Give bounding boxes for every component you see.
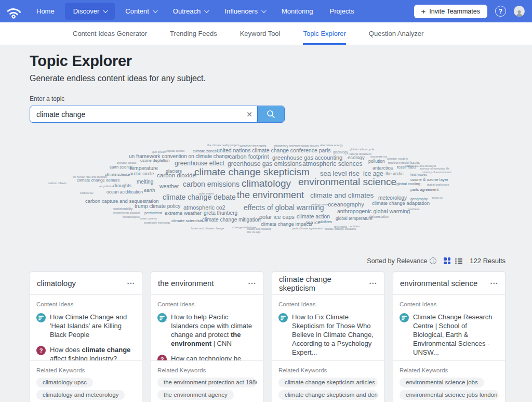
cloud-word[interactable]: climate zones bbox=[193, 149, 217, 153]
cloud-word[interactable]: carbon footprint bbox=[229, 154, 269, 160]
cloud-word[interactable]: droughts bbox=[113, 184, 131, 188]
buzzsumo-logo-icon[interactable] bbox=[7, 5, 21, 18]
cloud-word[interactable]: climate and climates bbox=[310, 192, 374, 199]
cloud-word[interactable]: extreme weather bbox=[165, 211, 202, 216]
cloud-word[interactable]: glaciology bbox=[333, 151, 348, 154]
content-idea[interactable]: ?How can technology be used to combat cl… bbox=[157, 354, 257, 360]
topic-card-title[interactable]: climatology bbox=[37, 279, 76, 288]
cloud-word[interactable]: earth bbox=[144, 188, 155, 193]
list-view-icon[interactable] bbox=[455, 258, 462, 264]
cloud-word[interactable]: oceanography bbox=[328, 202, 364, 208]
content-idea[interactable]: How to help Pacific Islanders cope with … bbox=[157, 313, 257, 348]
cloud-word[interactable]: anthropogenic global warming bbox=[337, 209, 410, 214]
cloud-word[interactable]: forest and climate change bbox=[191, 227, 224, 230]
clear-icon[interactable]: ✕ bbox=[242, 106, 257, 122]
cloud-word[interactable]: global challenges bbox=[427, 184, 449, 187]
topbar-nav-influencers[interactable]: Influencers bbox=[218, 4, 271, 19]
more-options-icon[interactable]: ... bbox=[369, 280, 377, 287]
subnav-keyword-tool[interactable]: Keyword Tool bbox=[240, 22, 281, 45]
cloud-word[interactable]: fossil fuels bbox=[397, 165, 416, 170]
cloud-word[interactable]: greenhouse effect bbox=[175, 160, 224, 166]
cloud-word[interactable]: paris climate agreement bbox=[292, 227, 323, 230]
cloud-word[interactable]: climate change impacts bbox=[261, 222, 312, 227]
cloud-word[interactable]: climate justice bbox=[117, 161, 137, 164]
cloud-word[interactable]: climate models bbox=[387, 157, 408, 160]
cloud-word[interactable]: science of everyday life bbox=[420, 167, 449, 171]
help-icon[interactable]: ? bbox=[495, 6, 506, 17]
cloud-word[interactable]: arctic circle bbox=[129, 171, 154, 176]
cloud-word[interactable]: wildfires bbox=[318, 220, 332, 224]
cloud-word[interactable]: tropical climate bbox=[166, 150, 185, 153]
sorted-by[interactable]: Sorted by Relevance i bbox=[367, 257, 436, 265]
topbar-nav-monitoring[interactable]: Monitoring bbox=[275, 4, 320, 19]
cloud-word[interactable]: paris agreement bbox=[410, 188, 438, 192]
cloud-word[interactable]: united nations climate change conference… bbox=[217, 148, 330, 153]
cloud-word[interactable]: pollution bbox=[368, 159, 385, 164]
cloud-word[interactable]: climate change solutions bbox=[325, 228, 356, 231]
subnav-topic-explorer[interactable]: Topic Explorer bbox=[303, 22, 345, 45]
avatar[interactable] bbox=[514, 6, 525, 17]
cloud-word[interactable]: climate change adaptation bbox=[372, 201, 430, 206]
cloud-word[interactable]: arctic ice bbox=[432, 197, 443, 200]
topbar-nav-outreach[interactable]: Outreach bbox=[167, 4, 214, 19]
content-idea[interactable]: ?How does climate change affect fishing … bbox=[36, 345, 136, 360]
cloud-word[interactable]: environmental disasters bbox=[113, 212, 140, 214]
subnav-content-ideas-generator[interactable]: Content Ideas Generator bbox=[73, 22, 147, 45]
topbar-nav-projects[interactable]: Projects bbox=[324, 4, 361, 19]
related-keyword-pill[interactable]: climatology and meteorology bbox=[36, 390, 125, 400]
cloud-word[interactable]: melting bbox=[137, 179, 153, 185]
cloud-word[interactable]: methane bbox=[408, 208, 419, 211]
topic-card-title[interactable]: the environment bbox=[158, 279, 214, 288]
cloud-word[interactable]: greta thunberg bbox=[204, 211, 237, 216]
cloud-word[interactable]: permafrost bbox=[144, 211, 162, 215]
cloud-word[interactable]: the climate reality project bbox=[207, 144, 239, 147]
cloud-word[interactable]: heat waves bbox=[410, 173, 427, 177]
cloud-word[interactable]: global cooling bbox=[396, 182, 420, 186]
cloud-word[interactable]: carbon emissions bbox=[183, 180, 240, 188]
cloud-word[interactable]: polar ice caps bbox=[259, 214, 295, 220]
topbar-nav-home[interactable]: Home bbox=[30, 4, 61, 19]
topic-search-input[interactable] bbox=[30, 106, 242, 122]
cloud-word[interactable]: ecosystems bbox=[370, 155, 387, 158]
cloud-word[interactable]: ocean acidification bbox=[107, 190, 143, 194]
cloud-word[interactable]: sustainable technology bbox=[144, 222, 170, 224]
cloud-word[interactable]: climate change debate bbox=[163, 193, 236, 201]
subnav-question-analyzer[interactable]: Question Analyzer bbox=[369, 22, 424, 45]
cloud-word[interactable]: alternative energy bbox=[320, 144, 343, 147]
topbar-nav-discover[interactable]: Discover bbox=[65, 3, 115, 20]
cloud-word[interactable]: carbon offsets bbox=[48, 182, 66, 185]
cloud-word[interactable]: climatologists bbox=[123, 216, 140, 219]
subnav-trending-feeds[interactable]: Trending Feeds bbox=[170, 22, 217, 45]
search-button[interactable] bbox=[257, 106, 284, 122]
cloud-word[interactable]: environmental science bbox=[298, 177, 396, 187]
cloud-word[interactable]: little ice age bbox=[247, 231, 260, 234]
cloud-word[interactable]: trump climate policy bbox=[135, 204, 180, 209]
cloud-word[interactable]: carbon tax bbox=[80, 192, 94, 195]
related-keyword-pill[interactable]: environmental science jobs bbox=[400, 378, 484, 387]
cloud-word[interactable]: ozone depletion bbox=[140, 159, 170, 163]
more-options-icon[interactable]: ... bbox=[490, 280, 498, 287]
cloud-word[interactable]: weather bbox=[159, 184, 179, 189]
related-keyword-pill[interactable]: climate change skepticism articles bbox=[278, 378, 378, 387]
cloud-word[interactable]: climate change deniers bbox=[77, 178, 119, 183]
related-keyword-pill[interactable]: the environment agency bbox=[157, 390, 234, 400]
cloud-word[interactable]: deforestation bbox=[369, 215, 389, 219]
cloud-word[interactable]: climate action bbox=[297, 214, 330, 219]
grid-view-icon[interactable] bbox=[444, 257, 450, 264]
content-idea[interactable]: How Climate Change and 'Heat Islands' ar… bbox=[36, 313, 136, 339]
cloud-word[interactable]: the arctic bbox=[385, 172, 404, 176]
related-keyword-pill[interactable]: the environment protection act 1986 bbox=[157, 378, 257, 387]
cloud-word[interactable]: geology winter bbox=[311, 203, 329, 206]
cloud-word[interactable]: climate change mitigation bbox=[202, 217, 261, 223]
cloud-word[interactable]: ocean currents bbox=[140, 217, 157, 220]
cloud-word[interactable]: global temperature bbox=[336, 216, 373, 221]
cloud-word[interactable]: atmospheric sciences bbox=[302, 161, 362, 167]
topic-card-title[interactable]: environmental science bbox=[400, 279, 477, 288]
cloud-word[interactable]: carbon dioxide bbox=[157, 173, 196, 179]
related-keyword-pill[interactable]: climate change skepticism and denial an … bbox=[278, 390, 378, 400]
content-idea[interactable]: How to Fix Climate Skepticism for Those … bbox=[278, 313, 378, 357]
more-options-icon[interactable]: ... bbox=[127, 280, 135, 287]
cloud-word[interactable]: sustainability bbox=[113, 208, 132, 211]
cloud-word[interactable]: global carbon cycle bbox=[350, 148, 374, 151]
related-keyword-pill[interactable]: environmental science jobs london bbox=[400, 390, 499, 400]
